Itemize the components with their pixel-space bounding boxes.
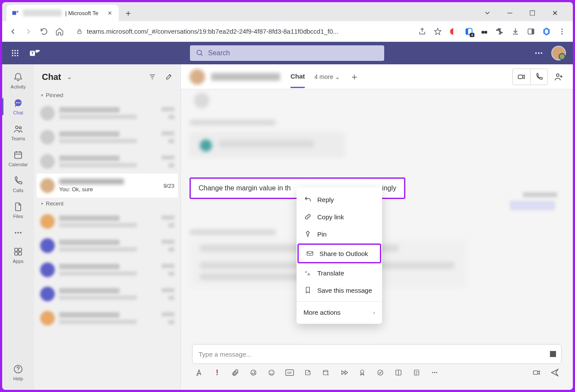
svg-rect-42 [15, 252, 18, 255]
tab-close-icon[interactable]: ✕ [107, 10, 114, 16]
video-call-button[interactable] [513, 69, 530, 85]
priority-icon[interactable]: ! [213, 368, 221, 377]
format-icon[interactable] [195, 368, 203, 377]
menu-reply[interactable]: Reply [297, 191, 382, 208]
new-tab-button[interactable]: ＋ [122, 7, 134, 19]
chat-item[interactable] [34, 101, 180, 125]
rail-activity[interactable]: Activity [2, 69, 34, 93]
tab-name-blurred [23, 9, 62, 16]
chat-item[interactable] [34, 234, 180, 258]
nav-forward-button[interactable] [24, 27, 33, 36]
chat-item[interactable] [34, 258, 180, 282]
window-controls: ─ ☐ ✕ [480, 6, 569, 20]
svg-point-18 [17, 52, 18, 54]
menu-share-outlook[interactable]: Share to Outlook [297, 243, 381, 263]
chat-item-selected[interactable]: You: Ok, sure 9/23 [37, 174, 178, 198]
section-pinned[interactable]: ▾ Pinned [34, 89, 180, 101]
ext-puzzle-icon[interactable] [495, 27, 505, 36]
praise-icon[interactable] [358, 368, 366, 377]
chat-item[interactable] [34, 209, 180, 234]
menu-save-message[interactable]: Save this message [297, 281, 382, 299]
approvals-icon[interactable] [376, 368, 385, 377]
viva-icon[interactable] [394, 368, 403, 377]
new-chat-icon[interactable] [165, 73, 173, 81]
send-button[interactable] [550, 368, 559, 377]
ext-red-icon[interactable] [449, 27, 458, 36]
ext-hexagon-icon[interactable] [542, 27, 551, 36]
attach-icon[interactable] [231, 368, 240, 377]
updates-icon[interactable] [412, 368, 421, 377]
loop-icon[interactable] [249, 368, 258, 377]
share-icon[interactable] [417, 27, 427, 36]
section-recent[interactable]: ▾ Recent [34, 198, 180, 209]
audio-call-button[interactable] [530, 69, 547, 85]
tab-chat[interactable]: Chat [291, 73, 305, 88]
tabs-more[interactable]: 4 more ⌄ [314, 73, 340, 80]
app-launcher-icon[interactable] [9, 49, 21, 57]
chat-header-avatar[interactable] [190, 69, 205, 85]
chat-item[interactable] [34, 282, 180, 306]
url-bar[interactable]: teams.microsoft.com/_#/conversations/19:… [70, 24, 411, 39]
add-tab-button[interactable]: ＋ [350, 70, 359, 83]
window-close-button[interactable]: ✕ [548, 6, 562, 20]
rail-apps[interactable]: Apps [2, 243, 34, 267]
svg-point-50 [251, 370, 256, 375]
menu-more-actions[interactable]: More actions › [297, 304, 382, 320]
svg-point-19 [12, 55, 13, 56]
user-avatar[interactable] [551, 46, 566, 60]
emoji-icon[interactable] [267, 368, 276, 377]
compose-more-icon[interactable] [430, 368, 439, 377]
stream-icon[interactable] [340, 368, 348, 377]
rail-calendar[interactable]: Calendar [2, 146, 34, 171]
svg-point-13 [12, 50, 13, 51]
svg-point-35 [19, 127, 22, 129]
caret-icon: ▾ [41, 201, 43, 206]
rail-chat[interactable]: Chat [2, 95, 34, 119]
svg-point-29 [541, 52, 543, 54]
chat-item[interactable] [34, 149, 180, 174]
window-minimize-button[interactable]: ─ [503, 6, 517, 20]
rail-more[interactable] [2, 224, 34, 241]
gif-icon[interactable]: GIF [285, 368, 294, 377]
video-clip-icon[interactable] [532, 368, 541, 377]
rail-calls[interactable]: Calls [2, 172, 34, 196]
nav-back-button[interactable] [8, 27, 18, 36]
chat-pane: Chat 4 more ⌄ ＋ [181, 64, 573, 390]
ext-sidepanel-icon[interactable] [526, 27, 536, 36]
bookmark-star-icon[interactable] [433, 27, 442, 36]
chat-avatar [40, 178, 55, 193]
window-maximize-button[interactable]: ☐ [525, 6, 539, 20]
svg-point-52 [270, 372, 271, 373]
menu-copy-link[interactable]: Copy link [297, 208, 382, 225]
schedule-icon[interactable] [322, 368, 330, 377]
message-text-end: ingly [382, 184, 396, 192]
search-input[interactable]: Search [190, 45, 384, 61]
teams-logo-icon[interactable]: T [29, 47, 40, 59]
ext-blue-sync-icon[interactable]: 4 [464, 27, 474, 36]
nav-reload-button[interactable] [39, 27, 49, 36]
menu-translate[interactable]: aあ Translate [297, 264, 382, 281]
extensions-row: 4 [417, 27, 567, 36]
add-people-button[interactable] [554, 72, 564, 82]
compose-stop-icon[interactable] [550, 351, 556, 357]
browser-tab[interactable]: | Microsoft Te ✕ [6, 5, 119, 21]
menu-pin[interactable]: Pin [297, 225, 382, 243]
ext-download-icon[interactable] [511, 27, 520, 36]
chat-dropdown-chevron-icon[interactable]: ⌄ [67, 73, 72, 80]
settings-more-icon[interactable] [534, 48, 543, 58]
chat-item[interactable] [34, 306, 180, 330]
sticker-icon[interactable] [303, 368, 312, 377]
svg-point-25 [38, 50, 40, 51]
svg-point-1 [16, 11, 19, 13]
teams-top-bar: T Search [2, 42, 573, 64]
browser-menu-button[interactable] [557, 27, 567, 36]
nav-home-button[interactable] [55, 27, 64, 36]
ext-incognito-icon[interactable] [480, 27, 489, 36]
chat-item[interactable] [34, 125, 180, 149]
rail-teams[interactable]: Teams [2, 120, 34, 145]
filter-icon[interactable] [148, 73, 156, 81]
rail-files[interactable]: Files [2, 198, 34, 222]
caret-down-icon[interactable] [480, 6, 494, 20]
compose-input[interactable]: Type a message... [192, 344, 562, 364]
rail-help[interactable]: Help [2, 360, 34, 385]
